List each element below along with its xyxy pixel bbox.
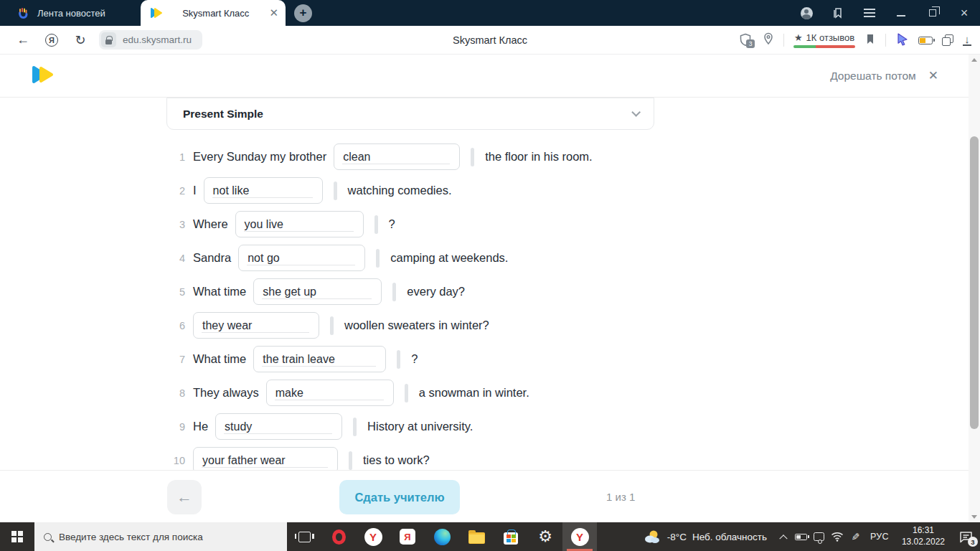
battery-icon[interactable] [792, 522, 810, 551]
power-save-icon[interactable] [918, 37, 933, 44]
task-text-before: Sandra [193, 251, 231, 265]
tab-label: Skysmart Класс [169, 8, 263, 19]
answer-text: not go [248, 252, 279, 265]
hidden-icons-chevron[interactable] [774, 522, 792, 551]
webpage: Дорешать потом ✕ Present Simple 1Every S… [0, 55, 980, 522]
yandex-browser-icon: Y [571, 528, 589, 546]
weather-condition: Неб. облачность [692, 532, 767, 542]
close-window-button[interactable]: × [948, 0, 980, 26]
address-bar-actions: 3 ★ 1К отзывов ↓ [739, 26, 971, 55]
task-text-after: ties to work? [363, 453, 430, 467]
answer-text: the train leave [263, 353, 335, 366]
language-indicator[interactable]: РУС [864, 532, 895, 542]
bookmark-icon[interactable] [864, 33, 876, 48]
taskbar-app-edge[interactable] [425, 522, 459, 551]
taskbar-app-explorer[interactable] [459, 522, 494, 551]
tab-feed[interactable]: Лента новостей [0, 0, 141, 26]
notification-badge: 3 [968, 537, 978, 547]
task-text-after: ? [389, 217, 395, 231]
answer-input[interactable]: not like [204, 177, 323, 204]
action-center-button[interactable]: 3 [951, 522, 980, 551]
task-text-before: What time [193, 352, 246, 366]
answer-input[interactable]: they wear [193, 312, 319, 339]
bookmarks-panel-icon[interactable] [822, 0, 854, 26]
previous-page-button[interactable]: ← [167, 480, 202, 514]
url-field[interactable]: edu.skysmart.ru [99, 30, 202, 50]
task-number: 6 [166, 320, 185, 331]
tab-skysmart[interactable]: Skysmart Класс ✕ [141, 0, 286, 26]
taskbar-app-yandex-active[interactable]: Y [562, 522, 597, 551]
taskbar-search[interactable] [34, 522, 287, 551]
maximize-button[interactable] [917, 0, 948, 26]
start-button[interactable] [0, 522, 34, 551]
taskbar-app-opera[interactable] [321, 522, 356, 551]
task-view-button[interactable] [287, 522, 321, 551]
answer-input[interactable]: the train leave [253, 346, 386, 372]
task-row: 9HestudyHistory at university. [166, 410, 683, 443]
yandex-home-icon[interactable]: Я [37, 34, 66, 47]
pen-icon[interactable]: ✎ [846, 522, 864, 551]
menu-icon[interactable] [854, 0, 885, 26]
yandex-app-icon: Я [400, 529, 415, 545]
minimize-button[interactable] [885, 0, 917, 26]
protect-shield-icon[interactable]: 3 [739, 33, 753, 47]
answer-input[interactable]: you live [235, 211, 364, 237]
answer-input[interactable]: clean [334, 143, 460, 170]
answer-text: you live [245, 218, 283, 231]
scrollbar-thumb[interactable] [970, 136, 979, 429]
answer-input[interactable]: not go [238, 245, 365, 271]
answer-text: they wear [202, 319, 252, 332]
divider [783, 34, 784, 47]
tab-close-icon[interactable]: ✕ [269, 6, 278, 19]
task-text-after: camping at weekends. [390, 251, 508, 265]
task-text-before: Every Sunday my brother [193, 150, 326, 164]
answer-divider [334, 182, 337, 200]
window-controls: × [791, 0, 980, 26]
scroll-up-arrow[interactable] [971, 58, 977, 62]
skysmart-favicon [151, 8, 162, 18]
task-row: 4Sandranot gocamping at weekends. [166, 241, 683, 275]
taskbar-app-store[interactable] [494, 522, 528, 551]
weather-temp: -8°C [667, 532, 687, 542]
answer-divider [405, 384, 408, 402]
section-dropdown[interactable]: Present Simple [166, 98, 654, 130]
back-icon[interactable]: ← [9, 32, 37, 47]
task-row: 7What timethe train leave? [166, 342, 683, 376]
taskbar-app-settings[interactable]: ⚙ [528, 522, 562, 551]
answer-input[interactable]: study [215, 413, 342, 440]
page-scrollbar[interactable] [969, 55, 980, 522]
display-icon[interactable] [810, 522, 828, 551]
downloads-icon[interactable]: ↓ [963, 34, 971, 46]
reviews-widget[interactable]: ★ 1К отзывов [793, 32, 855, 48]
answer-divider [330, 316, 334, 335]
answer-divider [353, 418, 357, 436]
search-input[interactable] [59, 532, 267, 542]
taskbar-app-yandex[interactable]: Я [390, 522, 425, 551]
answer-text: your father wear [202, 454, 286, 467]
task-number: 5 [166, 286, 185, 298]
task-row: 5What timeshe get upevery day? [166, 275, 683, 309]
pagination-label: 1 из 1 [606, 491, 635, 503]
task-number: 2 [166, 185, 185, 197]
task-text-after: ? [411, 352, 418, 366]
answer-input[interactable]: make [266, 380, 394, 406]
task-text-after: the floor in his room. [485, 150, 592, 164]
scroll-down-arrow[interactable] [971, 515, 977, 519]
new-tab-button[interactable]: + [294, 4, 312, 22]
close-lesson-icon[interactable]: ✕ [928, 68, 938, 83]
taskbar-app-yandex-browser[interactable]: Y [356, 522, 390, 551]
tabs-copy-icon[interactable] [942, 34, 953, 46]
answer-input[interactable]: she get up [253, 278, 382, 305]
wifi-icon[interactable] [828, 522, 846, 551]
answer-text: clean [343, 151, 370, 164]
task-text-before: Where [193, 217, 228, 231]
profile-icon[interactable] [791, 0, 822, 26]
pointer-extension-icon[interactable] [895, 32, 909, 49]
clock[interactable]: 16:31 13.02.2022 [895, 525, 951, 547]
submit-button[interactable]: Сдать учителю [339, 480, 460, 514]
postpone-link[interactable]: Дорешать потом [830, 70, 916, 83]
location-pin-icon[interactable] [763, 32, 774, 48]
reload-icon[interactable]: ↻ [66, 32, 95, 48]
weather-widget[interactable]: -8°C Неб. облачность [636, 529, 774, 545]
task-text-after: a snowman in winter. [419, 386, 529, 400]
